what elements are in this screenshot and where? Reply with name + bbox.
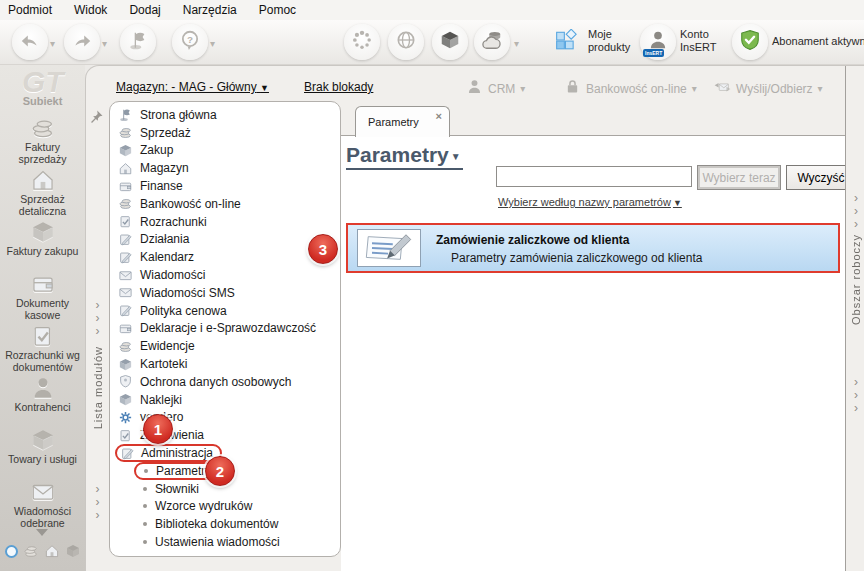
konto-insert-label[interactable]: Konto InsERT (680, 28, 724, 54)
records-icon (118, 339, 133, 354)
menu-dodaj[interactable]: Dodaj (129, 3, 160, 17)
left-strip-chevrons-bottom: ››› (86, 483, 109, 522)
title-dropdown-caret[interactable]: ▼ (451, 151, 461, 162)
wyslij-odbierz-button[interactable]: Wyślij/Odbierz▾ (714, 78, 823, 99)
tree-item-bankowosc-on-line[interactable]: Bankowość on-line (110, 195, 340, 213)
mini-circle-icon[interactable] (5, 545, 18, 558)
result-description: Parametry zamówienia zaliczkowego od kli… (451, 251, 702, 265)
tree-item-strona-glowna[interactable]: Strona główna (110, 106, 340, 124)
tree-item-polityka-cenowa[interactable]: Polityka cenowa (110, 302, 340, 320)
tree-item-magazyn[interactable]: Magazyn (110, 159, 340, 177)
package-button[interactable] (432, 24, 468, 60)
tree-item-kartoteki[interactable]: Kartoteki (110, 355, 340, 373)
shield-check-icon (739, 29, 761, 55)
tree-item-finanse[interactable]: Finanse (110, 177, 340, 195)
flag-button[interactable] (120, 24, 156, 60)
lista-modulow-label-wrap[interactable]: Lista modułów (86, 346, 109, 429)
wybierz-teraz-button[interactable]: Wybierz teraz (697, 165, 781, 190)
sidebar-item-faktury-sprzedazy[interactable]: Faktury sprzedaży (0, 115, 85, 167)
tree-item-ochrona-danych[interactable]: Ochrona danych osobowych (110, 373, 340, 391)
sidebar-item-towary-i-uslugi[interactable]: Towary i usługi (0, 427, 85, 479)
data-protection-shield-icon (118, 374, 133, 389)
online-button[interactable] (388, 24, 424, 60)
tree-item-rozrachunki[interactable]: Rozrachunki (110, 213, 340, 231)
help-dropdown-caret[interactable]: ▾ (210, 38, 215, 49)
tree-item-kalendarz[interactable]: Kalendarz (110, 248, 340, 266)
brak-blokady-link[interactable]: Brak blokady (304, 80, 373, 94)
pushpin-icon[interactable] (89, 109, 104, 124)
help-icon (179, 29, 201, 55)
tree-item-wiadomosci-sms[interactable]: Wiadomości SMS (110, 284, 340, 302)
tree-item-naklejki[interactable]: Naklejki (110, 391, 340, 409)
sidebar-item-rozrachunki-wg-dokumentow[interactable]: Rozrachunki wg dokumentów (0, 323, 85, 375)
labels-icon (118, 392, 133, 407)
tree-item-dzialania[interactable]: Działania (110, 231, 340, 249)
bullet-icon (144, 469, 148, 473)
activities-icon (118, 232, 133, 247)
forward-dropdown-caret[interactable]: ▾ (102, 38, 107, 49)
retail-register-icon (30, 167, 56, 193)
moje-produkty-label[interactable]: Moje produkty (588, 28, 646, 54)
tree-item-sprzedaz[interactable]: Sprzedaż (110, 124, 340, 142)
settlements-check-icon (30, 323, 56, 349)
bankowosc-button[interactable]: Bankowość on-line▾ (564, 78, 697, 99)
menu-widok[interactable]: Widok (74, 3, 107, 17)
filter-by-name-link[interactable]: Wybierz według nazwy parametrów▼ (498, 196, 682, 208)
warehouse-icon (118, 161, 133, 176)
workspace-panel: Magazyn: - MAG - Główny ▼ Brak blokady C… (85, 65, 864, 571)
magazyn-selector[interactable]: Magazyn: - MAG - Główny ▼ (116, 80, 269, 94)
bullet-icon (143, 522, 147, 526)
tree-item-ustawienia-wiadomosci[interactable]: Ustawienia wiadomości (110, 533, 340, 551)
flag-icon (127, 29, 149, 55)
cloud-data-button[interactable] (474, 24, 510, 60)
tree-item-wiadomosci[interactable]: Wiadomości (110, 266, 340, 284)
tab-close-icon[interactable]: × (436, 110, 442, 122)
forward-button[interactable] (64, 24, 100, 60)
obszar-roboczy-label-wrap[interactable]: Obszar roboczy (846, 234, 864, 325)
sidebar-mini-icons (5, 543, 81, 559)
tab-parametry[interactable]: Parametry × (355, 106, 450, 137)
moje-produkty-button[interactable] (548, 24, 584, 60)
sidebar-more-arrow-icon[interactable] (36, 529, 48, 536)
mini-register-icon[interactable] (44, 543, 60, 559)
mini-box-icon[interactable] (65, 543, 81, 559)
result-title: Zamówienie zaliczkowe od klienta (436, 233, 629, 247)
tree-item-biblioteka-dokumentow[interactable]: Biblioteka dokumentów (110, 515, 340, 533)
page-title[interactable]: Parametry▼ (346, 143, 463, 170)
cloud-dropdown-caret[interactable]: ▾ (514, 38, 519, 49)
help-button[interactable] (172, 24, 208, 60)
sidebar-item-faktury-zakupu[interactable]: Faktury zakupu (0, 219, 85, 271)
menu-narzedzia[interactable]: Narzędzia (183, 3, 237, 17)
back-button[interactable] (12, 24, 48, 60)
sidebar-item-kontrahenci[interactable]: Kontrahenci (0, 375, 85, 427)
send-receive-mail-icon (714, 78, 731, 99)
tree-item-zakup[interactable]: Zakup (110, 142, 340, 160)
callout-step-1: 1 (143, 414, 173, 444)
konto-insert-button[interactable]: InsERT (640, 24, 676, 60)
back-dropdown-caret[interactable]: ▾ (50, 38, 55, 49)
abonament-label[interactable]: Abonament aktywny (772, 35, 864, 47)
lista-modulow-strip[interactable]: ››› Lista modułów ››› (86, 101, 109, 571)
abonament-button[interactable] (732, 24, 768, 60)
menu-podmiot[interactable]: Podmiot (8, 3, 52, 17)
parameter-result-row[interactable]: Zamówienie zaliczkowe od klienta Paramet… (346, 223, 840, 273)
callout-step-2: 2 (205, 456, 235, 486)
sidebar-item-sprzedaz-detaliczna[interactable]: Sprzedaż detaliczna (0, 167, 85, 219)
obszar-roboczy-strip[interactable]: ››› Obszar roboczy ››› (845, 66, 864, 571)
inbox-envelope-icon (30, 479, 56, 505)
crm-button[interactable]: CRM▾ (466, 78, 525, 99)
banking-coins-icon (118, 196, 133, 211)
sync-button[interactable] (344, 24, 380, 60)
mini-coins-icon[interactable] (23, 543, 39, 559)
insert-badge: InsERT (643, 49, 664, 57)
tree-item-wzorce-wydrukow[interactable]: Wzorce wydruków (110, 498, 340, 516)
sidebar-item-dokumenty-kasowe[interactable]: Dokumenty kasowe (0, 271, 85, 323)
sidebar-item-wiadomosci-odebrane[interactable]: Wiadomości odebrane (0, 479, 85, 531)
menu-pomoc[interactable]: Pomoc (259, 3, 296, 17)
sales-invoices-icon (30, 115, 56, 141)
tree-item-deklaracje[interactable]: Deklaracje i e-Sprawozdawczość (110, 320, 340, 338)
tree-item-ewidencje[interactable]: Ewidencje (110, 337, 340, 355)
parameter-search-input[interactable] (496, 166, 692, 187)
finance-wallet-icon (118, 179, 133, 194)
declarations-icon (118, 321, 133, 336)
